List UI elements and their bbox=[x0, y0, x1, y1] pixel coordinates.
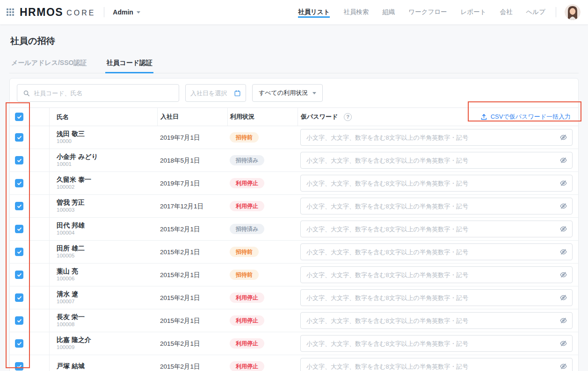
temp-password-input[interactable] bbox=[300, 266, 573, 283]
temp-password-input[interactable] bbox=[300, 129, 573, 146]
nav-item-workflow[interactable]: ワークフロー bbox=[408, 7, 447, 18]
chevron-down-icon bbox=[312, 92, 316, 94]
employee-name: 戸塚 結城 bbox=[57, 362, 157, 371]
temp-password-input[interactable] bbox=[300, 243, 573, 260]
status-badge: 招待済み bbox=[230, 155, 264, 165]
employee-name: 浅田 敬三 bbox=[57, 130, 157, 138]
employee-name: 田所 雄二 bbox=[57, 244, 157, 253]
join-date: 2015年2月1日 bbox=[160, 363, 200, 370]
temp-password-input[interactable] bbox=[300, 152, 573, 169]
employee-name: 小金井 みどり bbox=[57, 153, 157, 161]
temp-password-input[interactable] bbox=[300, 221, 573, 237]
table-row: 浅田 敬三 10000 2019年7月1日 招待前 bbox=[10, 126, 578, 149]
page-title: 社員の招待 bbox=[10, 35, 579, 47]
search-input[interactable] bbox=[34, 90, 173, 97]
row-checkbox[interactable] bbox=[15, 225, 23, 233]
tab-employee-code[interactable]: 社員コード認証 bbox=[105, 59, 153, 73]
nav-item-help[interactable]: ヘルプ bbox=[526, 7, 545, 18]
table-row: 比嘉 隆之介 100009 2015年2月1日 利用停止 bbox=[10, 332, 578, 355]
status-badge: 利用停止 bbox=[230, 361, 264, 371]
nav-item-company[interactable]: 会社 bbox=[500, 7, 513, 18]
logo-secondary: CORE bbox=[66, 7, 95, 17]
eye-off-icon[interactable] bbox=[559, 317, 567, 325]
table-row: 田所 雄二 100005 2015年2月1日 招待前 bbox=[10, 241, 578, 264]
status-filter-select[interactable]: すべての利用状況 bbox=[252, 84, 323, 102]
eye-off-icon[interactable] bbox=[559, 294, 567, 302]
table-row: 清水 遼 100007 2015年2月1日 利用停止 bbox=[10, 286, 578, 309]
employee-name: 清水 遼 bbox=[57, 290, 157, 299]
help-icon[interactable]: ? bbox=[344, 113, 352, 121]
eye-off-icon[interactable] bbox=[559, 202, 567, 210]
eye-off-icon[interactable] bbox=[559, 225, 567, 233]
main-content: 社員の招待 メールアドレス/SSO認証 社員コード認証 すべての利用状況 bbox=[0, 35, 588, 371]
row-checkbox[interactable] bbox=[15, 271, 23, 279]
topbar: HRMOS CORE Admin 社員リスト 社員検索 組織 ワークフロー レポ… bbox=[0, 0, 588, 24]
join-date: 2015年2月1日 bbox=[160, 271, 200, 278]
employee-name: 比嘉 隆之介 bbox=[57, 336, 157, 344]
join-date: 2015年2月1日 bbox=[160, 317, 200, 324]
status-badge: 利用停止 bbox=[230, 201, 264, 211]
nav-item-organization[interactable]: 組織 bbox=[382, 7, 395, 18]
app-grid-icon[interactable] bbox=[7, 8, 14, 16]
eye-off-icon[interactable] bbox=[559, 340, 567, 348]
row-checkbox[interactable] bbox=[15, 179, 23, 187]
nav-item-employee-list[interactable]: 社員リスト bbox=[298, 7, 330, 18]
temp-password-input[interactable] bbox=[300, 198, 573, 214]
row-checkbox[interactable] bbox=[15, 202, 23, 210]
tab-email-sso[interactable]: メールアドレス/SSO認証 bbox=[10, 59, 87, 73]
chevron-down-icon bbox=[137, 11, 140, 14]
employee-code: 100006 bbox=[57, 275, 157, 282]
row-checkbox[interactable] bbox=[15, 362, 23, 371]
eye-off-icon[interactable] bbox=[559, 179, 567, 187]
employee-code: 100004 bbox=[57, 229, 157, 236]
status-badge: 招待前 bbox=[230, 247, 259, 257]
nav-item-employee-search[interactable]: 社員検索 bbox=[343, 7, 369, 18]
account-menu[interactable]: Admin bbox=[113, 8, 140, 16]
temp-password-input[interactable] bbox=[300, 358, 573, 371]
eye-off-icon[interactable] bbox=[559, 271, 567, 279]
eye-off-icon[interactable] bbox=[559, 248, 567, 256]
temp-password-input[interactable] bbox=[300, 335, 573, 352]
column-header-join-date: 入社日 bbox=[160, 113, 179, 121]
table-row: 戸塚 結城 2015年2月1日 利用停止 bbox=[10, 355, 578, 371]
eye-off-icon[interactable] bbox=[559, 157, 567, 164]
table-row: 久留米 泰一 100002 2019年7月1日 利用停止 bbox=[10, 172, 578, 195]
employee-code: 10001 bbox=[57, 161, 157, 168]
account-label: Admin bbox=[113, 8, 133, 16]
nav-item-report[interactable]: レポート bbox=[461, 7, 486, 18]
tab-bar: メールアドレス/SSO認証 社員コード認証 bbox=[9, 59, 579, 73]
row-checkbox[interactable] bbox=[15, 133, 23, 142]
table-row: 長友 栄一 100008 2015年2月1日 利用停止 bbox=[10, 309, 578, 332]
select-all-checkbox[interactable] bbox=[15, 113, 23, 121]
search-box[interactable] bbox=[17, 84, 179, 102]
employee-code: 100003 bbox=[57, 207, 157, 214]
topbar-divider bbox=[104, 7, 104, 17]
employee-code: 100008 bbox=[57, 321, 157, 328]
avatar[interactable] bbox=[565, 4, 581, 20]
column-header-status: 利用状況 bbox=[230, 113, 254, 121]
join-date: 2015年2月1日 bbox=[160, 294, 200, 301]
eye-off-icon[interactable] bbox=[559, 134, 567, 142]
employee-name: 葉山 亮 bbox=[57, 267, 157, 276]
row-checkbox[interactable] bbox=[15, 293, 23, 302]
temp-password-input[interactable] bbox=[300, 312, 573, 329]
table-header: 氏名 入社日 利用状況 仮パスワード ? CSVで仮パスワード一括入力 bbox=[10, 107, 578, 126]
csv-bulk-upload-link[interactable]: CSVで仮パスワード一括入力 bbox=[480, 113, 573, 121]
eye-off-icon[interactable] bbox=[559, 363, 567, 371]
main-nav: 社員リスト 社員検索 組織 ワークフロー レポート 会社 ヘルプ bbox=[298, 7, 545, 18]
row-checkbox[interactable] bbox=[15, 316, 23, 325]
row-checkbox[interactable] bbox=[15, 339, 23, 348]
employee-code: 100002 bbox=[57, 184, 157, 191]
join-date-filter[interactable] bbox=[185, 84, 246, 102]
row-checkbox[interactable] bbox=[15, 156, 23, 164]
status-badge: 利用停止 bbox=[230, 338, 264, 349]
temp-password-input[interactable] bbox=[300, 289, 573, 306]
join-date: 2019年7月1日 bbox=[160, 134, 200, 141]
employee-code: 100007 bbox=[57, 298, 157, 305]
status-filter-value: すべての利用状況 bbox=[259, 89, 308, 97]
join-date: 2015年2月1日 bbox=[160, 249, 200, 256]
status-badge: 招待前 bbox=[230, 270, 259, 280]
temp-password-input[interactable] bbox=[300, 175, 573, 192]
join-date-input[interactable] bbox=[190, 90, 231, 97]
row-checkbox[interactable] bbox=[15, 248, 23, 256]
